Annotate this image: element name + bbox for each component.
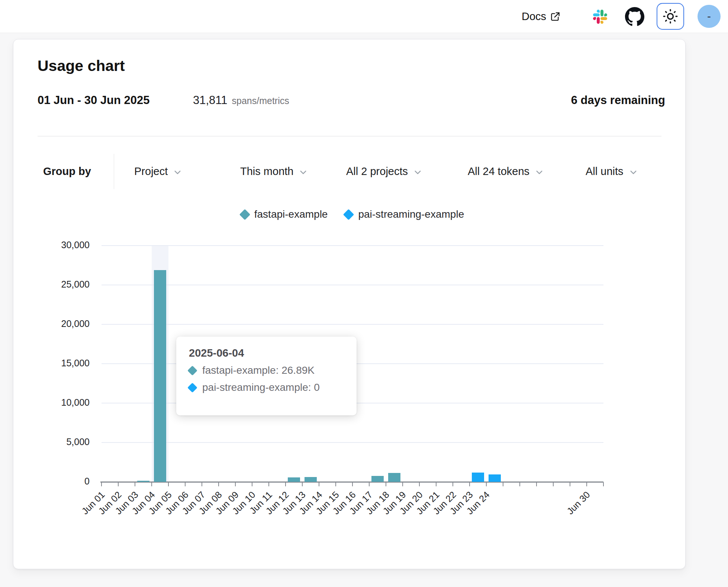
x-axis-tick [536,482,537,486]
chart-tooltip: 2025-06-04 fastapi-example: 26.89Kpai-st… [176,337,357,415]
x-axis-tick [402,482,403,486]
sun-icon [663,9,678,24]
x-axis-tick [553,482,554,486]
x-axis-tick [168,482,169,486]
x-axis-tick [452,482,453,486]
dropdown-label: Project [134,165,168,178]
y-axis-label: 30,000 [35,240,90,250]
gridline [102,285,603,285]
y-axis-label: 25,000 [35,279,90,290]
x-axis-tick [135,482,135,486]
total-count: 31,811 [193,94,228,107]
legend-item-fastapi-example[interactable]: fastapi-example [241,208,328,220]
gridline [102,442,603,443]
y-axis-label: 15,000 [35,358,90,369]
legend-label: pai-streaming-example [358,208,464,220]
x-axis-tick [352,482,353,486]
chevron-down-icon [413,167,423,177]
tooltip-row: fastapi-example: 26.89K [189,364,344,376]
dropdown-label: This month [240,165,293,178]
avatar[interactable]: - [698,5,721,28]
chart-bar-jun-18-fastapi-example[interactable] [388,473,400,482]
github-icon[interactable] [625,7,644,26]
y-axis-label: 20,000 [35,318,90,329]
chart-bar-jun-17-fastapi-example[interactable] [371,476,384,482]
tooltip-row-text: pai-streaming-example: 0 [202,382,320,393]
filter-dropdown-project[interactable]: Project [134,165,183,178]
legend-diamond-icon [343,209,354,220]
x-axis-tick [603,482,604,486]
date-range: 01 Jun - 30 Jun 2025 [38,94,150,107]
y-axis-label: 0 [35,476,90,487]
x-axis-tick [469,482,470,486]
y-axis-label: 5,000 [35,437,90,447]
gridline [102,245,603,246]
chart-legend: fastapi-examplepai-streaming-example [102,208,603,220]
tooltip-diamond-icon [187,366,197,376]
x-axis-tick [386,482,386,486]
gridline [102,324,603,325]
slack-icon[interactable] [593,9,608,24]
x-axis-tick [118,482,119,486]
x-axis-tick [486,482,487,486]
x-axis-tick [285,482,286,486]
chart-bar-jun-04-fastapi-example[interactable] [154,270,166,482]
dropdown-label: All 2 projects [346,165,408,178]
page-title: Usage chart [38,57,125,75]
x-axis-tick [268,482,269,486]
x-axis-tick [202,482,202,486]
header-divider [38,136,661,136]
x-axis-tick [185,482,186,486]
x-axis-tick [419,482,420,486]
filter-dropdown-this-month[interactable]: This month [240,165,308,178]
tooltip-date: 2025-06-04 [189,347,344,359]
y-axis-label: 10,000 [35,397,90,408]
filter-dropdown-all-2-projects[interactable]: All 2 projects [346,165,423,178]
x-axis-tick [436,482,437,486]
filter-dropdown-all-units[interactable]: All units [586,165,638,178]
x-axis-tick [503,482,503,486]
dropdown-label: All units [586,165,624,178]
legend-diamond-icon [239,209,250,220]
x-axis-tick [570,482,570,486]
chevron-down-icon [534,167,544,177]
chevron-down-icon [298,167,308,177]
filter-divider [114,154,114,189]
theme-toggle-button[interactable] [657,3,684,30]
x-axis-tick [586,482,587,486]
chart-bar-jun-23-pai-streaming-example[interactable] [472,473,484,482]
tooltip-row: pai-streaming-example: 0 [189,382,344,393]
x-axis-tick [335,482,336,486]
x-axis-tick [302,482,303,486]
chart-bar-jun-03-fastapi-example[interactable] [137,481,149,482]
x-axis-tick [218,482,219,486]
legend-label: fastapi-example [254,208,328,220]
chevron-down-icon [173,167,183,177]
chart-bar-jun-13-fastapi-example[interactable] [305,477,317,482]
usage-total: 31,811 spans/metrics [193,94,289,107]
x-axis-tick [235,482,236,486]
tooltip-diamond-icon [187,383,197,393]
group-by-label: Group by [43,165,91,178]
x-axis-tick [151,482,152,486]
chart-bar-jun-24-pai-streaming-example[interactable] [489,474,501,482]
chevron-down-icon [628,167,638,177]
x-axis-tick [369,482,370,486]
tooltip-row-text: fastapi-example: 26.89K [202,364,315,376]
x-axis-tick [319,482,319,486]
dropdown-label: All 24 tokens [468,165,529,178]
filter-dropdown-all-24-tokens[interactable]: All 24 tokens [468,165,544,178]
x-axis-tick [252,482,252,486]
x-axis-tick [101,482,102,486]
legend-item-pai-streaming-example[interactable]: pai-streaming-example [345,208,464,220]
external-link-icon [550,12,560,22]
total-unit: spans/metrics [232,95,289,106]
avatar-label: - [707,10,711,23]
docs-link[interactable]: Docs [522,0,560,33]
chart-bar-jun-12-fastapi-example[interactable] [288,477,300,482]
days-remaining: 6 days remaining [571,94,665,107]
top-navbar: Docs - [0,0,728,33]
docs-label: Docs [522,10,546,23]
x-axis-tick [519,482,520,486]
usage-card: Usage chart 01 Jun - 30 Jun 2025 31,811 … [13,39,686,569]
